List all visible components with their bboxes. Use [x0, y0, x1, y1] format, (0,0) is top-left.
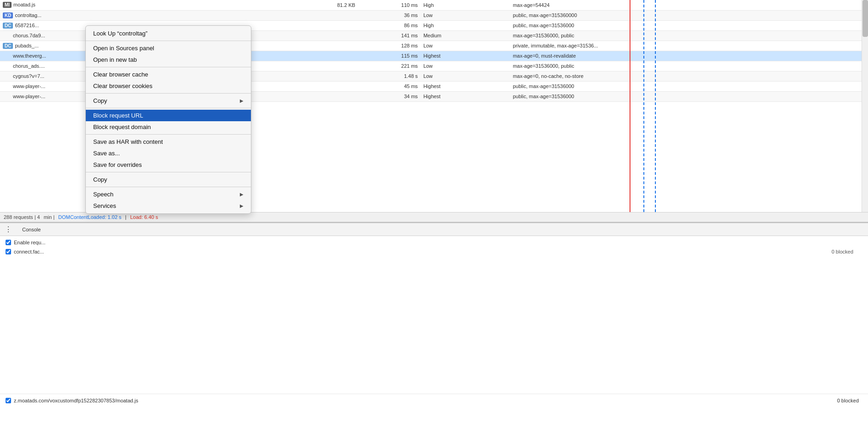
cell-cache: max-age=31536000, public — [510, 61, 868, 71]
cell-cache: max-age=54424 — [510, 0, 868, 10]
cell-priority: Highest — [421, 51, 510, 61]
status-min: min | — [44, 214, 55, 220]
cell-time: 128 ms — [358, 41, 421, 51]
row-name-text: www-player-... — [13, 83, 45, 89]
menu-item-services[interactable]: Services▶ — [86, 200, 251, 212]
cell-priority: Low — [421, 10, 510, 20]
cell-time: 36 ms — [358, 10, 421, 20]
menu-item-lookup[interactable]: Look Up “controltag” — [86, 28, 251, 39]
cell-cache: private, immutable, max-age=31536... — [510, 41, 868, 51]
enable-request-blocking-row: Enable requ... — [6, 240, 862, 245]
row-name-text: controltag... — [15, 12, 41, 18]
menu-item-save-overrides[interactable]: Save for overrides — [86, 159, 251, 171]
cell-priority: Low — [421, 41, 510, 51]
scrollbar-thumb[interactable] — [862, 0, 868, 37]
cell-time: 221 ms — [358, 61, 421, 71]
scrollbar[interactable] — [862, 0, 868, 212]
console-content: Enable requ... connect.fac... 0 blocked — [0, 236, 868, 258]
menu-item-save-har[interactable]: Save as HAR with content — [86, 136, 251, 148]
menu-item-clear-cookies[interactable]: Clear browser cookies — [86, 80, 251, 92]
menu-item-arrow: ▶ — [240, 98, 244, 103]
menu-item-label: Copy — [93, 176, 107, 183]
cell-size: 81.2 KB — [286, 0, 358, 10]
menu-item-block-domain[interactable]: Block request domain — [86, 121, 251, 133]
menu-item-label: Services — [93, 202, 116, 209]
console-dots-menu[interactable]: ⋮ — [4, 225, 13, 234]
menu-item-label: Copy — [93, 97, 107, 104]
cell-size — [286, 30, 358, 41]
cell-size — [286, 71, 358, 81]
enable-request-blocking-checkbox[interactable] — [6, 240, 11, 245]
menu-item-label: Block request domain — [93, 124, 151, 130]
menu-separator — [86, 172, 251, 172]
row-name-text: pubads_... — [15, 43, 38, 48]
cell-time: 1.48 s — [358, 71, 421, 81]
row-name-text: www.theverg... — [13, 53, 46, 59]
table-row[interactable]: MImoatad.js81.2 KB110 msHighmax-age=5442… — [0, 0, 868, 10]
menu-item-copy1[interactable]: Copy▶ — [86, 95, 251, 106]
cell-time: 110 ms — [358, 0, 421, 10]
menu-separator — [86, 134, 251, 135]
menu-item-copy2[interactable]: Copy — [86, 174, 251, 185]
menu-item-open-tab[interactable]: Open in new tab — [86, 54, 251, 65]
connect-checkbox[interactable] — [6, 249, 11, 254]
cell-priority: Low — [421, 61, 510, 71]
cell-cache: max-age=31536000, public — [510, 30, 868, 41]
cell-cache: max-age=0, must-revalidate — [510, 51, 868, 61]
timeline-line-red — [630, 0, 630, 212]
cell-priority: Highest — [421, 81, 510, 91]
menu-item-label: Save as... — [93, 150, 120, 157]
menu-item-save-as[interactable]: Save as... — [86, 148, 251, 159]
menu-item-clear-cache[interactable]: Clear browser cache — [86, 69, 251, 80]
menu-item-open-sources[interactable]: Open in Sources panel — [86, 42, 251, 54]
row-name-text: www-player-... — [13, 94, 45, 99]
menu-separator — [86, 67, 251, 67]
menu-item-label: Speech — [93, 191, 113, 198]
cell-priority: High — [421, 0, 510, 10]
status-requests: 288 requests | 4 — [4, 214, 40, 220]
row-badge: DC — [3, 23, 13, 29]
console-header: ⋮ Console — [0, 223, 868, 236]
console-panel: ⋮ Console × Enable requ... connect.fac..… — [0, 222, 868, 425]
cell-time: 86 ms — [358, 20, 421, 30]
menu-item-label: Save as HAR with content — [93, 138, 163, 145]
cell-time: 141 ms — [358, 30, 421, 41]
timeline-line-blue1 — [643, 0, 644, 212]
cell-priority: Low — [421, 71, 510, 81]
cell-size — [286, 20, 358, 30]
row-badge: MI — [3, 2, 12, 8]
row-name-text: chorus.7da9... — [13, 33, 45, 38]
menu-item-label: Clear browser cookies — [93, 83, 153, 89]
row-name-text: cygnus?v=7... — [13, 73, 44, 79]
row-name-text: moatad.js — [13, 2, 36, 7]
cell-time: 45 ms — [358, 81, 421, 91]
moatads-row: z.moatads.com/voxcustomdfp152282307853/m… — [0, 394, 868, 407]
status-separator: | — [125, 214, 126, 220]
console-tab-label[interactable]: Console — [20, 227, 42, 232]
menu-separator — [86, 93, 251, 94]
row-badge: DC — [3, 43, 13, 49]
status-load: Load: 6.40 s — [130, 214, 158, 220]
enable-request-label: Enable requ... — [14, 240, 46, 245]
context-menu: Look Up “controltag”Open in Sources pane… — [85, 25, 251, 214]
menu-item-label: Open in new tab — [93, 56, 137, 63]
cell-cache: public, max-age=315360000 — [510, 10, 868, 20]
table-row[interactable]: KDcontroltag...36 msLowpublic, max-age=3… — [0, 10, 868, 20]
menu-separator — [86, 108, 251, 108]
cell-size — [286, 91, 358, 101]
cell-priority: Medium — [421, 30, 510, 41]
cell-priority: Highest — [421, 91, 510, 101]
cell-cache: public, max-age=31536000 — [510, 81, 868, 91]
cell-size — [286, 81, 358, 91]
menu-item-arrow: ▶ — [240, 203, 244, 208]
menu-separator — [86, 41, 251, 41]
connect-blocked-count: 0 blocked — [832, 249, 853, 254]
menu-item-speech[interactable]: Speech▶ — [86, 189, 251, 200]
moatads-checkbox[interactable] — [6, 398, 11, 403]
menu-item-block-url[interactable]: Block request URL — [86, 110, 251, 121]
row-badge: KD — [3, 12, 13, 18]
menu-item-arrow: ▶ — [240, 192, 244, 197]
cell-cache: max-age=0, no-cache, no-store — [510, 71, 868, 81]
connect-row: connect.fac... 0 blocked — [6, 249, 862, 254]
timeline-line-blue2 — [655, 0, 656, 212]
